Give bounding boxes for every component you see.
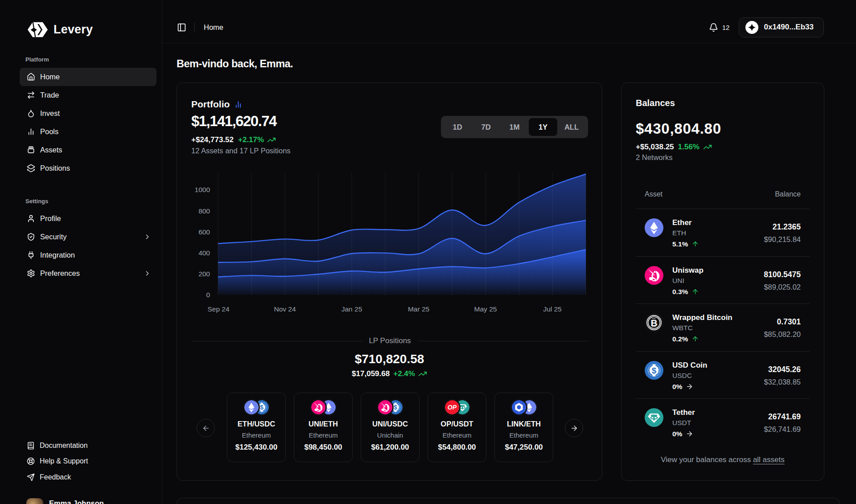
svg-text:0: 0 <box>206 291 210 299</box>
svg-text:Jul 25: Jul 25 <box>543 305 561 313</box>
svg-text:800: 800 <box>198 207 210 215</box>
svg-text:May 25: May 25 <box>474 305 497 313</box>
svg-text:1000: 1000 <box>195 186 210 193</box>
svg-text:200: 200 <box>198 270 210 278</box>
svg-text:Sep 24: Sep 24 <box>207 305 230 313</box>
svg-text:Jan 25: Jan 25 <box>342 305 362 313</box>
svg-text:600: 600 <box>198 228 210 236</box>
svg-text:400: 400 <box>198 249 210 257</box>
svg-text:Nov 24: Nov 24 <box>274 305 296 313</box>
svg-text:Mar 25: Mar 25 <box>408 305 429 313</box>
